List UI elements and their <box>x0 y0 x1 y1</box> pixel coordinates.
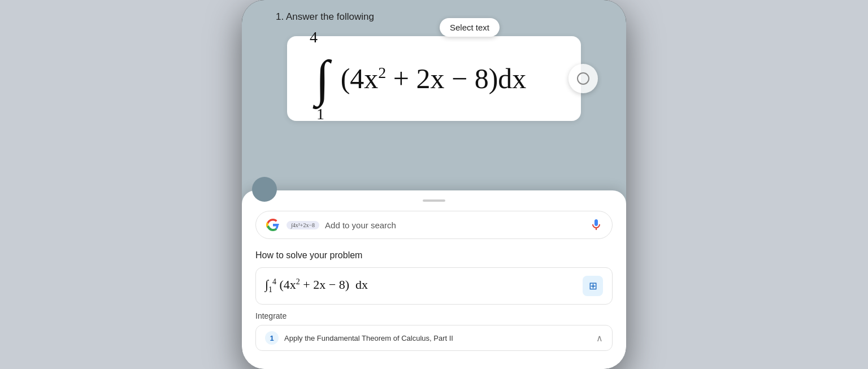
solve-title: How to solve your problem <box>255 250 613 261</box>
search-thumbnail: ∫4x²+2x−8 <box>287 221 319 229</box>
search-placeholder: Add to your search <box>325 220 584 230</box>
step-text: Apply the Fundamental Theorem of Calculu… <box>284 334 596 342</box>
thumbnail-formula: ∫4x²+2x−8 <box>291 222 315 228</box>
spacer-area <box>242 121 626 190</box>
select-text-label: Select text <box>450 23 489 32</box>
formula-card: ∫ 4 1 (4x2 + 2x − 8)dx <box>287 36 581 121</box>
select-text-tooltip[interactable]: Select text <box>440 18 500 37</box>
step-number: 1 <box>265 331 279 345</box>
integrate-label: Integrate <box>255 311 613 320</box>
search-bar[interactable]: ∫4x²+2x−8 Add to your search <box>255 211 613 239</box>
bottom-sheet: ∫4x²+2x−8 Add to your search How to solv… <box>242 190 626 369</box>
integral-upper: 4 <box>310 28 318 47</box>
question-text: 1. Answer the following <box>276 11 374 23</box>
question-area: 1. Answer the following Select text ∫ 4 … <box>242 0 626 121</box>
solve-formula-row[interactable]: ∫14 (4x2 + 2x − 8) dx ⊞ <box>255 267 613 305</box>
avatar <box>252 177 277 202</box>
phone-screen: 1. Answer the following Select text ∫ 4 … <box>242 0 626 369</box>
step-row[interactable]: 1 Apply the Fundamental Theorem of Calcu… <box>255 325 613 351</box>
phone-frame: 1. Answer the following Select text ∫ 4 … <box>242 0 626 369</box>
solve-section: How to solve your problem ∫14 (4x2 + 2x … <box>255 250 613 351</box>
camera-icon <box>577 72 589 85</box>
mic-icon[interactable] <box>589 218 603 232</box>
solve-formula-display: ∫14 (4x2 + 2x − 8) dx <box>265 277 368 294</box>
left-background <box>0 0 113 369</box>
right-background <box>755 0 868 369</box>
sheet-handle <box>423 199 445 202</box>
formula-expression: (4x2 + 2x − 8)dx <box>341 62 527 95</box>
google-logo-icon <box>265 217 281 233</box>
camera-button[interactable] <box>568 64 598 93</box>
formula-content: ∫ 4 1 (4x2 + 2x − 8)dx <box>315 53 558 104</box>
calculator-icon: ⊞ <box>583 276 603 296</box>
integral-symbol: ∫ <box>315 53 329 104</box>
chevron-up-icon: ∧ <box>596 333 603 344</box>
